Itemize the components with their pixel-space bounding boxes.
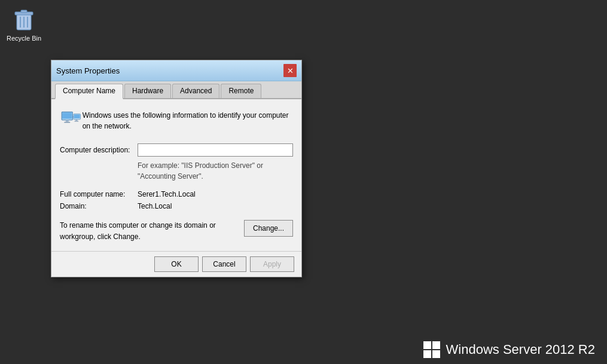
full-computer-name-row: Full computer name: Serer1.Tech.Local (60, 190, 293, 198)
info-row: Windows uses the following information t… (60, 108, 293, 135)
full-computer-name-label: Full computer name: (60, 190, 138, 198)
domain-value: Tech.Local (138, 202, 172, 210)
rename-text: To rename this computer or change its do… (60, 220, 244, 243)
recycle-bin-label: Recycle Bin (7, 35, 41, 42)
svg-rect-8 (66, 120, 69, 122)
windows-branding: Windows Server 2012 R2 (423, 341, 595, 358)
svg-rect-11 (74, 115, 80, 119)
recycle-bin-icon[interactable]: Recycle Bin (6, 6, 42, 42)
svg-rect-2 (21, 10, 27, 13)
tab-hardware[interactable]: Hardware (124, 84, 171, 98)
domain-label: Domain: (60, 202, 138, 210)
computer-network-icon (60, 108, 83, 135)
rename-section: To rename this computer or change its do… (60, 220, 293, 243)
svg-rect-9 (64, 122, 70, 123)
dialog-body: Windows uses the following information t… (51, 99, 301, 251)
system-properties-dialog: System Properties ✕ Computer Name Hardwa… (51, 60, 302, 277)
tab-computer-name[interactable]: Computer Name (55, 84, 123, 99)
tab-bar: Computer Name Hardware Advanced Remote (51, 81, 301, 99)
domain-row: Domain: Tech.Local (60, 202, 293, 210)
dialog-footer: OK Cancel Apply (51, 251, 301, 277)
change-button[interactable]: Change... (244, 220, 293, 237)
svg-rect-13 (75, 121, 79, 121)
dialog-titlebar: System Properties ✕ (51, 60, 301, 81)
full-computer-name-value: Serer1.Tech.Local (138, 190, 196, 198)
ok-button[interactable]: OK (154, 256, 199, 272)
tab-remote[interactable]: Remote (221, 84, 261, 98)
windows-logo-icon (423, 341, 440, 358)
svg-rect-12 (75, 120, 77, 121)
description-label: Computer description: (60, 146, 138, 154)
description-input[interactable] (138, 143, 293, 157)
info-text: Windows uses the following information t… (83, 108, 293, 131)
dialog-close-button[interactable]: ✕ (283, 64, 297, 77)
branding-text: Windows Server 2012 R2 (446, 342, 595, 357)
cancel-button[interactable]: Cancel (202, 256, 246, 272)
description-row: Computer description: (60, 143, 293, 157)
dialog-title: System Properties (56, 66, 120, 75)
tab-advanced[interactable]: Advanced (172, 84, 219, 98)
svg-rect-7 (62, 112, 72, 119)
desktop: Recycle Bin Windows Server 2012 R2 Syste… (0, 0, 607, 364)
description-hint: For example: "IIS Production Server" or … (138, 160, 293, 182)
apply-button[interactable]: Apply (250, 256, 294, 272)
